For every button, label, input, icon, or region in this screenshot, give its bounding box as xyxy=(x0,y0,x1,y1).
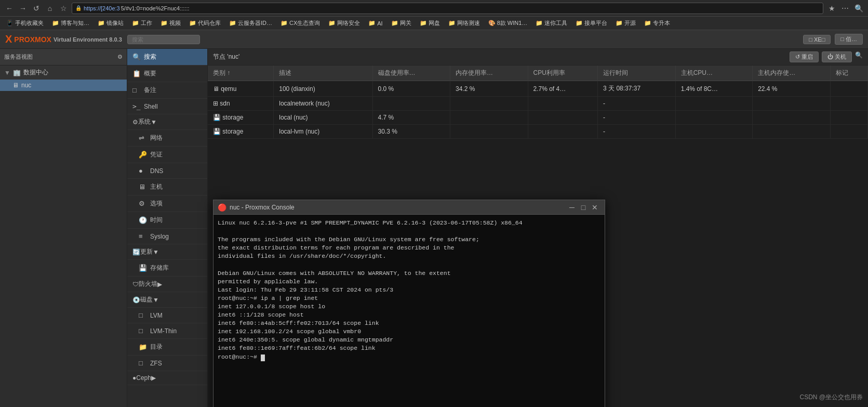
bookmark-code[interactable]: 📁 代码仓库 xyxy=(186,18,224,28)
cell-tag xyxy=(830,81,867,97)
url-secure-icon: 🔒 xyxy=(75,5,82,11)
nav-item-updates[interactable]: 🔄 更新 ▼ xyxy=(127,244,207,260)
search-button[interactable]: 🔍 xyxy=(853,3,864,14)
nav-item-system[interactable]: ⚙ 系统 ▼ xyxy=(127,114,207,130)
nav-item-notes[interactable]: □ 备注 xyxy=(127,82,207,99)
nav-item-credentials[interactable]: 🔑 凭证 xyxy=(127,147,207,163)
pve-search-input[interactable] xyxy=(127,35,200,44)
lvm-nav-icon: □ xyxy=(139,311,147,319)
nav-refresh-button[interactable]: ↺ xyxy=(31,3,42,14)
node-header-actions: ↺ 重启 ⏻ 关机 🔍 xyxy=(790,51,863,62)
bookmark-netsec[interactable]: 📁 网络安全 xyxy=(325,18,363,28)
col-cpu[interactable]: CPU利用率 xyxy=(528,65,598,81)
table-row[interactable]: 🖥 qemu 100 (dianxin) 0.0 % 34.2 % 2.7% o… xyxy=(208,81,868,97)
table-row[interactable]: ⊞ sdn localnetwork (nuc) - xyxy=(208,97,868,111)
cell-disk: 4.7 % xyxy=(372,111,450,125)
bookmark-cloud[interactable]: 📁 云服务器ID… xyxy=(226,18,275,28)
sidebar-settings-icon[interactable]: ⚙ xyxy=(117,54,123,60)
nav-item-network[interactable]: ⇌ 网络 xyxy=(127,130,207,147)
col-type[interactable]: 类别 ↑ xyxy=(208,65,274,81)
nav-search-label: 搜索 xyxy=(144,52,156,61)
bookmark-mirror[interactable]: 📁 镜像站 xyxy=(95,18,127,28)
console-maximize-button[interactable]: □ xyxy=(578,202,589,213)
credentials-nav-icon: 🔑 xyxy=(139,151,147,159)
nav-item-zfs[interactable]: □ ZFS xyxy=(127,356,207,371)
bookmark-cx[interactable]: 📁 CX生态查询 xyxy=(277,18,323,28)
bookmark-star-button[interactable]: ★ xyxy=(826,3,837,14)
nav-item-time[interactable]: 🕐 时间 xyxy=(127,212,207,229)
type-icon: 💾 xyxy=(213,114,221,121)
nav-item-disk[interactable]: 💿 磁盘 ▼ xyxy=(127,292,207,308)
table-row[interactable]: 💾 storage local-lvm (nuc) 30.3 % - xyxy=(208,125,868,139)
nav-options-label: 选项 xyxy=(150,199,163,208)
cell-type: 💾 storage xyxy=(208,125,274,139)
table-row[interactable]: 💾 storage local (nuc) 4.7 % - xyxy=(208,111,868,125)
nav-zfs-label: ZFS xyxy=(150,360,162,367)
bookmark-win[interactable]: 🎨 8款 WIN1… xyxy=(485,18,531,28)
cell-tag xyxy=(830,97,867,111)
nav-item-shell[interactable]: >_ Shell xyxy=(127,99,207,114)
nav-disk-label: 磁盘 xyxy=(140,295,153,304)
nav-item-options[interactable]: ⚙ 选项 xyxy=(127,195,207,212)
col-hmem[interactable]: 主机内存使… xyxy=(753,65,830,81)
cell-cpu xyxy=(528,125,598,139)
nav-item-host[interactable]: 🖥 主机 xyxy=(127,179,207,195)
nav-item-repos[interactable]: 💾 存储库 xyxy=(127,260,207,277)
bookmark-video[interactable]: 📁 视频 xyxy=(157,18,184,28)
bookmark-blog[interactable]: 📁 博客与知… xyxy=(49,18,92,28)
bookmark-ai[interactable]: 📁 AI xyxy=(365,19,385,28)
col-tag[interactable]: 标记 xyxy=(830,65,867,81)
nav-home-button[interactable]: ⌂ xyxy=(45,3,55,14)
menu-button[interactable]: ⋯ xyxy=(840,3,850,14)
nav-item-ceph[interactable]: ● Ceph ▶ xyxy=(127,371,207,385)
sidebar-datacenter[interactable]: ▼ 🏢 数据中心 xyxy=(0,65,127,80)
nav-item-summary[interactable]: 📋 概要 xyxy=(127,65,207,82)
nav-item-lvm-thin[interactable]: □ LVM-Thin xyxy=(127,323,207,339)
col-mem[interactable]: 内存使用率… xyxy=(450,65,528,81)
search-icon[interactable]: 🔍 xyxy=(855,51,863,62)
bookmark-speedtest[interactable]: 📁 网络测速 xyxy=(445,18,483,28)
col-desc[interactable]: 描述 xyxy=(274,65,372,81)
col-uptime[interactable]: 运行时间 xyxy=(598,65,676,81)
nav-forward-button[interactable]: → xyxy=(18,3,28,14)
type-icon: 🖥 xyxy=(213,85,219,93)
bookmark-tools[interactable]: 📁 迷你工具 xyxy=(532,18,570,28)
sidebar-item-nuc[interactable]: 🖥 nuc xyxy=(0,80,127,91)
console-line xyxy=(218,260,600,269)
nav-item-firewall[interactable]: 🛡 防火墙 ▶ xyxy=(127,277,207,292)
nav-firewall-label: 防火墙 xyxy=(139,280,157,288)
col-hcpu[interactable]: 主机CPU… xyxy=(675,65,752,81)
shutdown-button[interactable]: ⏻ 关机 xyxy=(822,51,852,62)
restart-button[interactable]: ↺ 重启 xyxy=(790,51,819,62)
header-xe-button[interactable]: □ XE□ xyxy=(803,35,831,44)
nav-lvmthin-label: LVM-Thin xyxy=(150,327,177,335)
cell-hcpu xyxy=(675,111,752,125)
nav-item-lvm[interactable]: □ LVM xyxy=(127,308,207,323)
search-nav-icon: 🔍 xyxy=(132,53,141,61)
cell-hmem xyxy=(753,97,830,111)
bookmark-platform[interactable]: 📁 接单平台 xyxy=(572,18,610,28)
console-body[interactable]: Linux nuc 6.2.16-3-pve #1 SMP PREEMPT_DY… xyxy=(213,215,605,407)
bookmark-opensource[interactable]: 📁 开源 xyxy=(612,18,639,28)
nav-syslog-label: Syslog xyxy=(150,233,169,240)
nav-dns-label: DNS xyxy=(150,167,163,175)
console-minimize-button[interactable]: ─ xyxy=(566,202,578,213)
nav-back-button[interactable]: ← xyxy=(4,3,15,14)
col-disk[interactable]: 磁盘使用率… xyxy=(372,65,450,81)
nav-item-search[interactable]: 🔍 搜索 xyxy=(127,49,207,65)
url-bar[interactable]: 🔒 https://[240e:3 5/#v1:0=node%2Fnuc4:::… xyxy=(72,3,823,14)
nav-item-dns[interactable]: ● DNS xyxy=(127,163,207,179)
bookmark-gateway[interactable]: 📁 网关 xyxy=(388,18,415,28)
bookmark-edu[interactable]: 📁 专升本 xyxy=(641,18,673,28)
pve-header: X PROXMOX Virtual Environment 8.0.3 □ XE… xyxy=(0,30,868,49)
bookmark-netdisk[interactable]: 📁 网盘 xyxy=(417,18,443,28)
nav-item-syslog[interactable]: ≡ Syslog xyxy=(127,229,207,244)
bookmark-shouji[interactable]: 📱 手机收藏夹 xyxy=(3,18,47,28)
bookmark-work[interactable]: 📁 工作 xyxy=(129,18,155,28)
console-line: root@nuc:~# ip a | grep inet xyxy=(218,294,600,303)
disk-expand-icon: ▼ xyxy=(153,296,159,304)
header-bai-button[interactable]: □ 佰… xyxy=(835,34,863,45)
nav-star-button[interactable]: ☆ xyxy=(58,3,69,14)
nav-item-directory[interactable]: 📁 目录 xyxy=(127,339,207,356)
console-close-button[interactable]: ✕ xyxy=(589,202,600,213)
